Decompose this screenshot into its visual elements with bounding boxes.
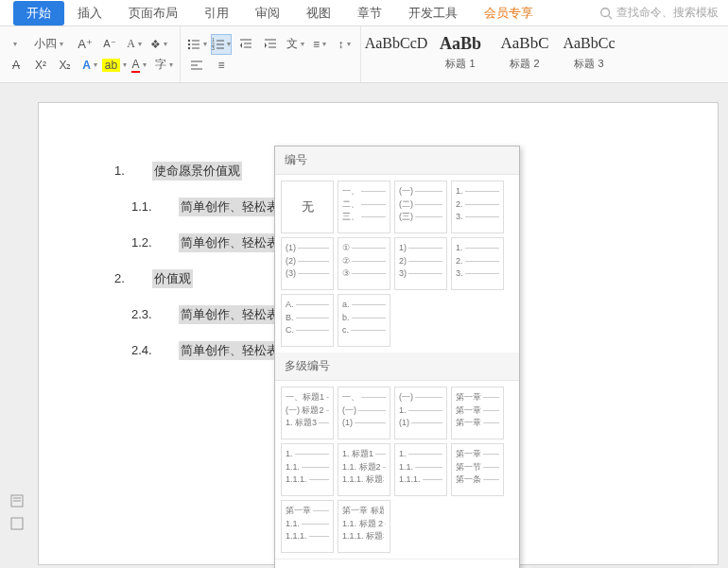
svg-text:3: 3: [212, 45, 215, 51]
shrink-font-button[interactable]: A⁻: [99, 34, 120, 55]
command-search[interactable]: 查找命令、搜索模板: [599, 5, 719, 21]
numbering-section-label: 编号: [275, 146, 519, 175]
indent-left-button[interactable]: [235, 34, 256, 55]
text-direction-button[interactable]: 文: [285, 34, 305, 55]
svg-point-4: [187, 43, 189, 44]
svg-rect-26: [11, 518, 23, 529]
change-case-button[interactable]: A: [124, 34, 145, 55]
svg-line-1: [609, 15, 613, 19]
numbering-thumb[interactable]: (一)(二)(三): [394, 181, 447, 233]
tab-start[interactable]: 开始: [13, 1, 64, 26]
bullets-icon: [187, 38, 200, 51]
font-effects-button[interactable]: A: [79, 55, 100, 76]
numbering-icon: 123: [212, 38, 224, 51]
style-normal[interactable]: AaBbCcD: [365, 30, 427, 78]
align-left-button[interactable]: [186, 55, 207, 76]
tab-insert[interactable]: 插入: [64, 1, 115, 26]
indent-right-button[interactable]: [260, 34, 281, 55]
svg-point-0: [601, 8, 610, 16]
multilevel-thumb[interactable]: 第一章第一章第一章: [451, 387, 504, 439]
numbering-button[interactable]: 123: [211, 34, 232, 55]
multilevel-thumb[interactable]: 一、标题1(一) 标题2 1. 标题3: [281, 387, 334, 439]
ribbon-toolbar: 小四 A⁺ A⁻ A ❖ A X² X₂ A ab A 字 123 文 ≡ ↕: [0, 26, 728, 83]
style-heading3[interactable]: AaBbCc标题 3: [558, 30, 620, 78]
strike-button[interactable]: A: [6, 55, 26, 76]
sub-button[interactable]: X₂: [55, 55, 76, 76]
numbering-thumb[interactable]: 1.2.3.: [451, 237, 504, 290]
svg-point-2: [187, 39, 189, 41]
numbering-thumb[interactable]: 1)2)3): [394, 237, 447, 290]
change-level-item[interactable]: 更改编号级别(E) ▸: [275, 559, 519, 568]
styles-gallery: AaBbCcD AaBb标题 1 AaBbC标题 2 AaBbCc标题 3: [361, 26, 624, 82]
align-button-2[interactable]: ↕: [334, 34, 355, 55]
multilevel-section-label: 多级编号: [275, 353, 519, 381]
multilevel-thumb[interactable]: 第一章第一节第一条: [451, 443, 504, 496]
style-heading1[interactable]: AaBb标题 1: [429, 30, 492, 78]
multilevel-thumb[interactable]: 1. 标题11.1. 标题21.1.1. 标题3: [338, 443, 390, 496]
clear-format-button[interactable]: ❖: [148, 34, 169, 55]
numbering-thumb[interactable]: 一、二、三、: [338, 181, 390, 233]
super-button[interactable]: X²: [30, 55, 51, 76]
multilevel-thumb[interactable]: 一、(一)(1): [338, 387, 390, 439]
font-size-select[interactable]: 小四: [26, 34, 71, 55]
tab-chapter[interactable]: 章节: [344, 1, 395, 26]
align-center-button[interactable]: ≡: [211, 55, 232, 76]
multilevel-thumb[interactable]: 1.1.1.1.1.1.: [281, 443, 334, 496]
search-icon: [599, 7, 613, 20]
font-color-button[interactable]: A: [129, 55, 149, 76]
tab-layout[interactable]: 页面布局: [115, 1, 191, 26]
grow-font-button[interactable]: A⁺: [75, 34, 95, 55]
style-heading2[interactable]: AaBbC标题 2: [494, 30, 556, 78]
tab-devtools[interactable]: 开发工具: [395, 1, 471, 26]
nav-icon-1[interactable]: [9, 493, 26, 510]
numbering-dropdown: 编号 无一、二、三、(一)(二)(三)1.2.3.(1)(2)(3)①②③1)2…: [274, 146, 520, 568]
numbering-thumb[interactable]: a.b.c.: [338, 294, 390, 347]
multilevel-thumb[interactable]: 1.1.1.1.1.1.: [394, 443, 447, 496]
multilevel-thumb[interactable]: 第一章1.1.1.1.1.: [281, 500, 334, 553]
bullets-button[interactable]: [186, 34, 207, 55]
tab-review[interactable]: 审阅: [242, 1, 293, 26]
numbering-thumb[interactable]: A.B.C.: [281, 294, 334, 347]
numbering-thumb[interactable]: (1)(2)(3): [281, 237, 334, 290]
numbering-thumb[interactable]: ①②③: [338, 237, 390, 290]
svg-point-6: [187, 46, 189, 48]
numbering-thumb[interactable]: 1.2.3.: [451, 181, 504, 233]
font-family-select[interactable]: [6, 34, 22, 55]
tab-view[interactable]: 视图: [293, 1, 344, 26]
tab-reference[interactable]: 引用: [191, 1, 242, 26]
paragraph-section: 123 文 ≡ ↕ ≡: [181, 26, 361, 82]
outdent-icon: [239, 38, 252, 51]
align-button-1[interactable]: ≡: [309, 34, 330, 55]
multilevel-thumb[interactable]: 第一章 标题11.1. 标题 21.1.1. 标题3: [338, 500, 390, 553]
phonetic-button[interactable]: 字: [153, 55, 174, 76]
nav-icon-2[interactable]: [9, 516, 26, 533]
tab-member[interactable]: 会员专享: [471, 1, 546, 26]
highlight-button[interactable]: ab: [104, 55, 125, 76]
numbering-none[interactable]: 无: [281, 181, 334, 233]
multilevel-thumb[interactable]: (一)1.(1): [394, 387, 447, 439]
document-area: 1.使命愿景价值观1.1.简单创作、轻松表1.2.简单创作、轻松表2.价值观2.…: [0, 83, 728, 568]
indent-icon: [264, 38, 277, 51]
ribbon-tabs: 开始 插入 页面布局 引用 审阅 视图 章节 开发工具 会员专享 查找命令、搜索…: [0, 0, 728, 26]
font-section: 小四 A⁺ A⁻ A ❖ A X² X₂ A ab A 字: [0, 26, 181, 82]
